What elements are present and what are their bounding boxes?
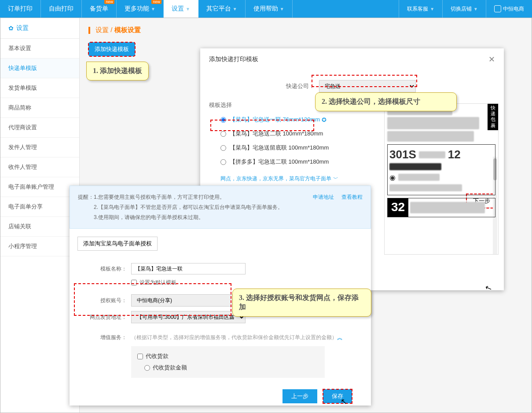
- sidebar-item-ewaybill-account[interactable]: 电子面单账户管理: [0, 177, 79, 197]
- radio-input[interactable]: [220, 145, 226, 151]
- template-preview: 快递包裹 301S12 ◉ 32: [384, 103, 499, 255]
- template-name-label: 模板名称：: [78, 265, 127, 273]
- sidebar-item-miniapp[interactable]: 小程序管理: [0, 237, 79, 256]
- nav-brand[interactable]: 中恒电商: [486, 0, 532, 18]
- ship-address-label: 网点发货地址：: [78, 314, 127, 321]
- template-name-input[interactable]: [131, 263, 246, 274]
- radio-input[interactable]: [220, 131, 226, 137]
- default-template-checkbox[interactable]: [131, 280, 137, 285]
- chevron-down-icon: ﹀: [333, 175, 338, 182]
- preview-tag: 快递包裹: [488, 103, 498, 130]
- auth-account-select[interactable]: 中恒电商(分享): [131, 294, 246, 307]
- tips-panel: 申请地址 查看教程 提醒：1.您需要使用主账号授权电子面单，方可正常打印使用。 …: [70, 186, 371, 229]
- chevron-down-icon: ▼: [151, 7, 155, 11]
- cod-checkbox[interactable]: [137, 354, 143, 359]
- brand-icon: [494, 5, 501, 12]
- chevron-down-icon: ▼: [473, 7, 478, 11]
- courier-select[interactable]: 宅急送: [319, 80, 416, 92]
- sidebar-item-sender[interactable]: 发件人管理: [0, 138, 79, 157]
- save-button[interactable]: 保存: [323, 389, 352, 403]
- collapse-icon[interactable]: ︽: [337, 334, 343, 342]
- breadcrumb: 设置 / 模板设置: [80, 18, 532, 42]
- top-nav: 订单打印 自由打印 备货单new 更多功能▼new 设置▼ 其它平台▼ 使用帮助…: [0, 0, 532, 18]
- sidebar-item-product-short[interactable]: 商品简称: [0, 98, 79, 118]
- nav-stock-list[interactable]: 备货单new: [82, 0, 117, 18]
- vas-label: 增值服务：: [78, 334, 127, 341]
- modal-title: 添加快递打印模板: [209, 55, 258, 63]
- default-template-label: 设置为默认模板: [139, 279, 176, 286]
- sidebar-item-shop-link[interactable]: 店铺关联: [0, 217, 79, 237]
- radio-input[interactable]: [220, 117, 226, 123]
- prev-button[interactable]: 上一步: [283, 389, 317, 403]
- cod-amount-radio[interactable]: [144, 365, 150, 371]
- new-badge: new: [151, 0, 161, 4]
- annotation-2: 2. 选择快递公司，选择模板尺寸: [315, 92, 457, 111]
- nav-order-print[interactable]: 订单打印: [0, 0, 41, 18]
- vas-description: （根据订单类型，选择对应的增值服务项，代收货款和保价金额优先订单上设置的金额）: [131, 334, 337, 341]
- sidebar: ✿设置 基本设置 快递单模版 发货单模版 商品简称 代理商设置 发件人管理 收件…: [0, 18, 80, 413]
- cursor-icon: ↖: [341, 397, 347, 406]
- nav-help[interactable]: 使用帮助▼: [246, 0, 293, 18]
- add-template-button[interactable]: 添加快递模板: [88, 42, 135, 56]
- add-cainiao-auth-button[interactable]: 添加淘宝菜鸟电子面单授权: [77, 237, 158, 251]
- sidebar-item-agent[interactable]: 代理商设置: [0, 118, 79, 138]
- sidebar-item-express-tpl[interactable]: 快递单模版: [0, 58, 79, 78]
- chevron-down-icon: ▼: [186, 7, 190, 11]
- ship-address-select[interactable]: 【可用单号:3000】广东省深圳市福田区鑫汇新城: [131, 311, 246, 323]
- chevron-down-icon: ▼: [430, 7, 434, 11]
- radio-input[interactable]: [220, 159, 226, 165]
- auth-account-label: 授权账号：: [78, 297, 127, 304]
- nav-free-print[interactable]: 自由打印: [41, 0, 82, 18]
- nav-more[interactable]: 更多功能▼new: [117, 0, 164, 18]
- sidebar-item-ewaybill-share[interactable]: 电子面单分享: [0, 197, 79, 217]
- chevron-down-icon: ▼: [280, 7, 284, 11]
- nav-settings[interactable]: 设置▼: [164, 0, 198, 18]
- apply-address-link[interactable]: 申请地址: [313, 194, 334, 200]
- courier-label: 快递公司：: [286, 82, 315, 90]
- nav-switch-shop[interactable]: 切换店铺▼: [442, 0, 486, 18]
- sidebar-item-basic[interactable]: 基本设置: [0, 39, 79, 58]
- chevron-down-icon: ▼: [233, 7, 237, 11]
- close-icon[interactable]: ✕: [488, 55, 495, 64]
- gear-icon: ✿: [8, 25, 14, 32]
- view-tutorial-link[interactable]: 查看教程: [341, 194, 363, 200]
- template-badge-icon: ✪: [322, 117, 327, 123]
- sidebar-title: ✿设置: [0, 18, 79, 39]
- sidebar-item-receiver[interactable]: 收件人管理: [0, 157, 79, 177]
- annotation-1: 1. 添加快递模板: [86, 62, 149, 80]
- annotation-3: 3. 选择好授权账号和发货网点，保存添加: [232, 289, 371, 317]
- nav-other-platform[interactable]: 其它平台▼: [198, 0, 246, 18]
- new-badge: new: [104, 0, 114, 4]
- sidebar-item-delivery-tpl[interactable]: 发货单模版: [0, 78, 79, 98]
- nav-contact[interactable]: 联系客服▼: [399, 0, 442, 18]
- vas-options: 代收货款 代收货款金额: [131, 346, 325, 378]
